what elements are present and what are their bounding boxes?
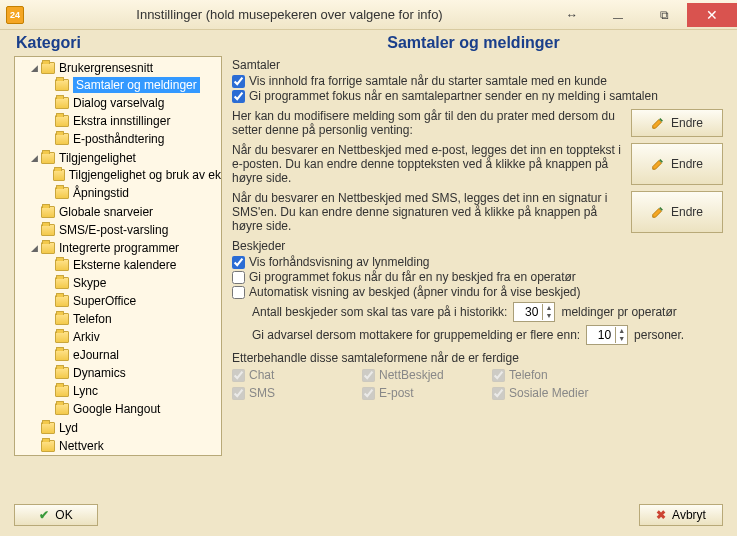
expand-icon[interactable]: ◢ bbox=[29, 60, 39, 76]
close-button[interactable]: ✕ bbox=[687, 3, 737, 27]
folder-icon bbox=[41, 62, 55, 74]
folder-icon bbox=[41, 242, 55, 254]
spin-down-icon[interactable]: ▼ bbox=[616, 335, 627, 343]
move-window-button[interactable] bbox=[549, 3, 595, 27]
etterbehandle-heading: Etterbehandle disse samtaleformene når d… bbox=[232, 351, 723, 365]
checkbox-label: Telefon bbox=[509, 368, 548, 382]
tree-node-tilgjengelighet[interactable]: ◢Tilgjengelighet bbox=[29, 150, 221, 166]
tree-node-globale[interactable]: Globale snarveier bbox=[29, 204, 221, 220]
folder-icon bbox=[55, 367, 69, 379]
checkbox-label: Gi programmet fokus når du får en ny bes… bbox=[249, 270, 576, 284]
category-tree[interactable]: ◢Brukergrensesnitt Samtaler og meldinger… bbox=[14, 56, 222, 456]
spin-down-icon[interactable]: ▼ bbox=[543, 312, 554, 320]
chk-forhandsvisning[interactable]: Vis forhåndsvisning av lynmelding bbox=[232, 255, 723, 269]
historikk-input[interactable] bbox=[514, 303, 542, 321]
chk-chat: Chat bbox=[232, 368, 362, 382]
titlebar: 24 Innstillinger (hold musepekeren over … bbox=[0, 0, 737, 30]
cancel-button[interactable]: ✖ Avbryt bbox=[639, 504, 723, 526]
chk-fokus-beskjed[interactable]: Gi programmet fokus når du får en ny bes… bbox=[232, 270, 723, 284]
historikk-spinner[interactable]: ▲▼ bbox=[513, 302, 555, 322]
button-label: OK bbox=[55, 508, 72, 522]
tree-node-sms[interactable]: SMS/E-post-varsling bbox=[29, 222, 221, 238]
ok-button[interactable]: ✔ OK bbox=[14, 504, 98, 526]
tree-label: Google Hangout bbox=[73, 401, 160, 417]
checkbox-label: NettBeskjed bbox=[379, 368, 444, 382]
historikk-suffix: meldinger pr operatør bbox=[561, 305, 676, 319]
tree-label: Arkiv bbox=[73, 329, 100, 345]
folder-icon bbox=[41, 224, 55, 236]
checkbox-label: SMS bbox=[249, 386, 275, 400]
tree-label: Brukergrensesnitt bbox=[59, 60, 153, 76]
folder-icon bbox=[55, 349, 69, 361]
tree-label: Ekstra innstillinger bbox=[73, 113, 170, 129]
edit-icon bbox=[651, 205, 665, 219]
advarsel-spinner[interactable]: ▲▼ bbox=[586, 325, 628, 345]
edit-icon bbox=[651, 157, 665, 171]
endre-button-1[interactable]: Endre bbox=[631, 109, 723, 137]
folder-icon bbox=[55, 313, 69, 325]
folder-icon bbox=[55, 385, 69, 397]
tree-label: Globale snarveier bbox=[59, 204, 153, 220]
checkbox[interactable] bbox=[232, 256, 245, 269]
endre-button-2[interactable]: Endre bbox=[631, 143, 723, 185]
maximize-button[interactable] bbox=[641, 3, 687, 27]
tree-node-arkiv[interactable]: Arkiv bbox=[43, 329, 221, 345]
category-heading: Kategori bbox=[16, 34, 226, 52]
tree-node-lync[interactable]: Lync bbox=[43, 383, 221, 399]
spin-up-icon[interactable]: ▲ bbox=[616, 327, 627, 335]
tree-node-tilg-bruk[interactable]: Tilgjengelighet og bruk av ek bbox=[43, 167, 221, 183]
minimize-button[interactable] bbox=[595, 3, 641, 27]
app-icon: 24 bbox=[6, 6, 24, 24]
tree-node-dialog[interactable]: Dialog varselvalg bbox=[43, 95, 221, 111]
folder-icon bbox=[55, 403, 69, 415]
tree-label: Åpningstid bbox=[73, 185, 129, 201]
checkbox[interactable] bbox=[232, 271, 245, 284]
tree-node-skype[interactable]: Skype bbox=[43, 275, 221, 291]
tree-node-integrerte[interactable]: ◢Integrerte programmer bbox=[29, 240, 221, 256]
endre-button-3[interactable]: Endre bbox=[631, 191, 723, 233]
tree-node-ejournal[interactable]: eJournal bbox=[43, 347, 221, 363]
tree-node-google-hangout[interactable]: Google Hangout bbox=[43, 401, 221, 417]
folder-icon bbox=[55, 277, 69, 289]
tree-node-ui[interactable]: ◢Brukergrensesnitt bbox=[29, 60, 221, 76]
chk-auto-visning[interactable]: Automatisk visning av beskjed (åpner vin… bbox=[232, 285, 723, 299]
tree-label: SuperOffice bbox=[73, 293, 136, 309]
tree-node-nettverk[interactable]: Nettverk bbox=[29, 438, 221, 454]
folder-icon bbox=[41, 422, 55, 434]
checkbox-label: Gi programmet fokus når en samtalepartne… bbox=[249, 89, 658, 103]
checkbox[interactable] bbox=[232, 75, 245, 88]
tree-node-superoffice[interactable]: SuperOffice bbox=[43, 293, 221, 309]
tree-node-samtaler[interactable]: Samtaler og meldinger bbox=[43, 77, 221, 93]
folder-icon bbox=[55, 79, 69, 91]
tree-node-eksterne-kal[interactable]: Eksterne kalendere bbox=[43, 257, 221, 273]
chk-sosiale: Sosiale Medier bbox=[492, 386, 642, 400]
chk-fokus-samtale[interactable]: Gi programmet fokus når en samtalepartne… bbox=[232, 89, 723, 103]
tree-node-dynamics[interactable]: Dynamics bbox=[43, 365, 221, 381]
tree-label: Eksterne kalendere bbox=[73, 257, 176, 273]
chk-sms: SMS bbox=[232, 386, 362, 400]
tree-node-apningstid[interactable]: Åpningstid bbox=[43, 185, 221, 201]
spin-up-icon[interactable]: ▲ bbox=[543, 304, 554, 312]
tree-node-telefon[interactable]: Telefon bbox=[43, 311, 221, 327]
expand-icon[interactable]: ◢ bbox=[29, 150, 39, 166]
tree-label: Tilgjengelighet og bruk av ek bbox=[69, 167, 221, 183]
checkbox bbox=[492, 387, 505, 400]
checkbox[interactable] bbox=[232, 286, 245, 299]
advarsel-input[interactable] bbox=[587, 326, 615, 344]
advarsel-suffix: personer. bbox=[634, 328, 684, 342]
tree-node-ekstra[interactable]: Ekstra innstillinger bbox=[43, 113, 221, 129]
tree-node-epost[interactable]: E-posthåndtering bbox=[43, 131, 221, 147]
chk-telefon: Telefon bbox=[492, 368, 642, 382]
folder-icon bbox=[55, 295, 69, 307]
folder-icon bbox=[55, 97, 69, 109]
x-icon: ✖ bbox=[656, 508, 666, 522]
chk-vis-innhold[interactable]: Vis innhold fra forrige samtale når du s… bbox=[232, 74, 723, 88]
checkbox[interactable] bbox=[232, 90, 245, 103]
checkbox bbox=[232, 369, 245, 382]
tree-label: Nettverk bbox=[59, 438, 104, 454]
tree-label: Tilgjengelighet bbox=[59, 150, 136, 166]
tree-label: Samtaler og meldinger bbox=[73, 77, 200, 93]
tree-label: Telefon bbox=[73, 311, 112, 327]
tree-node-lyd[interactable]: Lyd bbox=[29, 420, 221, 436]
expand-icon[interactable]: ◢ bbox=[29, 240, 39, 256]
